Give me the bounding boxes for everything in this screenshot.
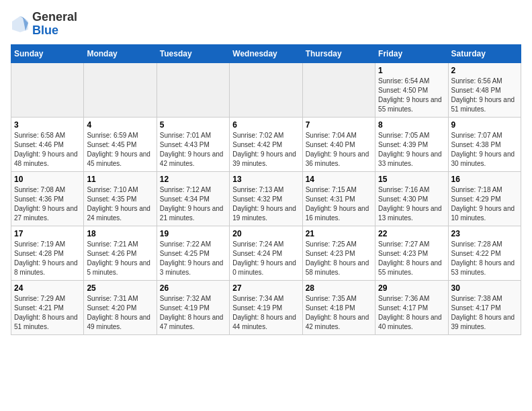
calendar-cell: 10Sunrise: 7:08 AMSunset: 4:36 PMDayligh… [11, 171, 84, 226]
day-info: Sunrise: 6:56 AMSunset: 4:48 PMDaylight:… [451, 77, 518, 114]
day-info: Sunrise: 7:22 AMSunset: 4:25 PMDaylight:… [160, 240, 226, 277]
day-info: Sunrise: 7:21 AMSunset: 4:26 PMDaylight:… [87, 240, 153, 277]
calendar-cell [157, 62, 229, 117]
calendar-header-friday: Friday [375, 44, 448, 62]
calendar-week-row: 17Sunrise: 7:19 AMSunset: 4:28 PMDayligh… [11, 226, 521, 280]
calendar-cell: 1Sunrise: 6:54 AMSunset: 4:50 PMDaylight… [375, 62, 448, 117]
calendar-cell: 30Sunrise: 7:38 AMSunset: 4:17 PMDayligh… [448, 280, 521, 334]
calendar-cell: 11Sunrise: 7:10 AMSunset: 4:35 PMDayligh… [84, 171, 157, 226]
calendar-header-tuesday: Tuesday [157, 44, 229, 62]
calendar-cell [84, 62, 157, 117]
calendar-cell: 6Sunrise: 7:02 AMSunset: 4:42 PMDaylight… [230, 117, 302, 171]
day-number: 2 [451, 66, 518, 75]
day-number: 27 [232, 283, 299, 293]
calendar-header-monday: Monday [84, 44, 157, 62]
calendar-cell [11, 62, 84, 117]
day-info: Sunrise: 7:01 AMSunset: 4:43 PMDaylight:… [160, 131, 226, 169]
calendar-cell: 3Sunrise: 6:58 AMSunset: 4:46 PMDaylight… [11, 117, 84, 171]
day-number: 12 [160, 175, 226, 184]
day-info: Sunrise: 7:05 AMSunset: 4:39 PMDaylight:… [378, 131, 445, 169]
day-number: 29 [378, 283, 445, 293]
calendar-header-wednesday: Wednesday [230, 44, 302, 62]
day-number: 19 [160, 229, 226, 238]
day-info: Sunrise: 7:19 AMSunset: 4:28 PMDaylight:… [14, 240, 81, 277]
calendar-cell: 4Sunrise: 6:59 AMSunset: 4:45 PMDaylight… [84, 117, 157, 171]
day-info: Sunrise: 7:28 AMSunset: 4:22 PMDaylight:… [451, 240, 518, 277]
calendar-cell [230, 62, 302, 117]
day-number: 1 [378, 66, 445, 75]
calendar-week-row: 10Sunrise: 7:08 AMSunset: 4:36 PMDayligh… [11, 171, 521, 226]
day-number: 28 [306, 283, 372, 293]
day-info: Sunrise: 7:34 AMSunset: 4:19 PMDaylight:… [232, 294, 299, 332]
day-info: Sunrise: 7:15 AMSunset: 4:31 PMDaylight:… [306, 185, 372, 223]
calendar-cell: 25Sunrise: 7:31 AMSunset: 4:20 PMDayligh… [84, 280, 157, 334]
day-number: 17 [14, 229, 81, 238]
calendar-cell: 27Sunrise: 7:34 AMSunset: 4:19 PMDayligh… [230, 280, 302, 334]
calendar-cell: 17Sunrise: 7:19 AMSunset: 4:28 PMDayligh… [11, 226, 84, 280]
day-info: Sunrise: 7:25 AMSunset: 4:23 PMDaylight:… [306, 240, 372, 277]
calendar-cell: 13Sunrise: 7:13 AMSunset: 4:32 PMDayligh… [230, 171, 302, 226]
calendar-cell [302, 62, 375, 117]
logo-icon [11, 15, 30, 34]
calendar-header-thursday: Thursday [302, 44, 375, 62]
day-info: Sunrise: 7:18 AMSunset: 4:29 PMDaylight:… [451, 185, 518, 223]
day-info: Sunrise: 7:32 AMSunset: 4:19 PMDaylight:… [160, 294, 226, 332]
day-number: 11 [87, 175, 153, 184]
day-info: Sunrise: 6:59 AMSunset: 4:45 PMDaylight:… [87, 131, 153, 169]
calendar-cell: 20Sunrise: 7:24 AMSunset: 4:24 PMDayligh… [230, 226, 302, 280]
calendar-header-row: SundayMondayTuesdayWednesdayThursdayFrid… [11, 44, 521, 62]
day-info: Sunrise: 7:16 AMSunset: 4:30 PMDaylight:… [378, 185, 445, 223]
day-number: 9 [451, 120, 518, 130]
day-number: 26 [160, 283, 226, 293]
day-number: 25 [87, 283, 153, 293]
day-info: Sunrise: 7:12 AMSunset: 4:34 PMDaylight:… [160, 185, 226, 223]
day-info: Sunrise: 7:07 AMSunset: 4:38 PMDaylight:… [451, 131, 518, 169]
day-number: 14 [306, 175, 372, 184]
day-info: Sunrise: 7:35 AMSunset: 4:18 PMDaylight:… [306, 294, 372, 332]
calendar-cell: 15Sunrise: 7:16 AMSunset: 4:30 PMDayligh… [375, 171, 448, 226]
day-info: Sunrise: 7:02 AMSunset: 4:42 PMDaylight:… [232, 131, 299, 169]
day-number: 7 [306, 120, 372, 130]
day-info: Sunrise: 7:13 AMSunset: 4:32 PMDaylight:… [232, 185, 299, 223]
calendar-header-saturday: Saturday [448, 44, 521, 62]
day-info: Sunrise: 7:10 AMSunset: 4:35 PMDaylight:… [87, 185, 153, 223]
day-number: 15 [378, 175, 445, 184]
day-info: Sunrise: 6:58 AMSunset: 4:46 PMDaylight:… [14, 131, 81, 169]
day-number: 10 [14, 175, 81, 184]
calendar-cell: 22Sunrise: 7:27 AMSunset: 4:23 PMDayligh… [375, 226, 448, 280]
day-number: 18 [87, 229, 153, 238]
calendar-cell: 12Sunrise: 7:12 AMSunset: 4:34 PMDayligh… [157, 171, 229, 226]
logo: General Blue [11, 11, 77, 38]
day-info: Sunrise: 7:38 AMSunset: 4:17 PMDaylight:… [451, 294, 518, 332]
day-info: Sunrise: 6:54 AMSunset: 4:50 PMDaylight:… [378, 77, 445, 114]
calendar-header-sunday: Sunday [11, 44, 84, 62]
calendar-cell: 26Sunrise: 7:32 AMSunset: 4:19 PMDayligh… [157, 280, 229, 334]
day-info: Sunrise: 7:24 AMSunset: 4:24 PMDaylight:… [232, 240, 299, 277]
calendar-week-row: 3Sunrise: 6:58 AMSunset: 4:46 PMDaylight… [11, 117, 521, 171]
day-number: 30 [451, 283, 518, 293]
calendar-cell: 19Sunrise: 7:22 AMSunset: 4:25 PMDayligh… [157, 226, 229, 280]
day-number: 8 [378, 120, 445, 130]
calendar-cell: 5Sunrise: 7:01 AMSunset: 4:43 PMDaylight… [157, 117, 229, 171]
calendar-cell: 14Sunrise: 7:15 AMSunset: 4:31 PMDayligh… [302, 171, 375, 226]
logo-general: General [32, 10, 77, 24]
day-info: Sunrise: 7:29 AMSunset: 4:21 PMDaylight:… [14, 294, 81, 332]
day-number: 6 [232, 120, 299, 130]
day-number: 20 [232, 229, 299, 238]
calendar-cell: 7Sunrise: 7:04 AMSunset: 4:40 PMDaylight… [302, 117, 375, 171]
calendar-cell: 28Sunrise: 7:35 AMSunset: 4:18 PMDayligh… [302, 280, 375, 334]
day-number: 13 [232, 175, 299, 184]
day-number: 23 [451, 229, 518, 238]
calendar-week-row: 1Sunrise: 6:54 AMSunset: 4:50 PMDaylight… [11, 62, 521, 117]
calendar-cell: 18Sunrise: 7:21 AMSunset: 4:26 PMDayligh… [84, 226, 157, 280]
day-info: Sunrise: 7:04 AMSunset: 4:40 PMDaylight:… [306, 131, 372, 169]
calendar-week-row: 24Sunrise: 7:29 AMSunset: 4:21 PMDayligh… [11, 280, 521, 334]
day-info: Sunrise: 7:08 AMSunset: 4:36 PMDaylight:… [14, 185, 81, 223]
day-number: 3 [14, 120, 81, 130]
page-header: General Blue [11, 11, 521, 38]
calendar-cell: 2Sunrise: 6:56 AMSunset: 4:48 PMDaylight… [448, 62, 521, 117]
logo-blue: Blue [32, 24, 58, 37]
calendar-cell: 24Sunrise: 7:29 AMSunset: 4:21 PMDayligh… [11, 280, 84, 334]
day-number: 5 [160, 120, 226, 130]
day-number: 21 [306, 229, 372, 238]
